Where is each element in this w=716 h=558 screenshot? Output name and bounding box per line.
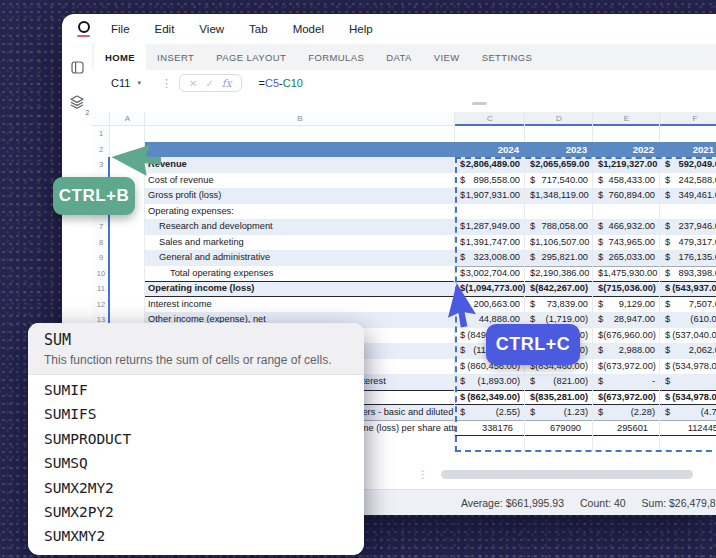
cell[interactable]: $(4.78) [660, 405, 716, 421]
column-header-a[interactable]: A [110, 112, 145, 126]
cell[interactable]: $176,135.00 [660, 250, 716, 266]
cell[interactable]: $(2.28) [593, 405, 660, 421]
cell[interactable]: $(821.00) [525, 374, 593, 390]
name-box[interactable]: C11 ▾ [98, 77, 154, 89]
cell[interactable]: $2,988.00 [593, 343, 660, 359]
column-header-e[interactable]: E [593, 112, 660, 126]
cell[interactable]: $295,821.00 [525, 250, 593, 266]
cell[interactable]: $2,062.00 [660, 343, 716, 359]
cell[interactable] [110, 235, 145, 251]
cell[interactable]: $743,965.00 [593, 235, 660, 251]
cell[interactable]: $9,129.00 [593, 297, 660, 313]
cell[interactable]: $242,588.00 [660, 173, 716, 189]
cell[interactable]: $2,190,386.00 [525, 266, 593, 282]
tab-data[interactable]: DATA [375, 44, 423, 70]
cell[interactable]: $1,106,507.00 [525, 235, 593, 251]
cell[interactable]: Gross profit (loss) [145, 188, 455, 204]
cell[interactable] [593, 126, 660, 142]
cell[interactable] [110, 297, 145, 313]
cell[interactable]: 2021 [660, 142, 716, 158]
cell[interactable] [593, 436, 660, 452]
cell[interactable] [660, 126, 716, 142]
column-header-d[interactable]: D [525, 112, 593, 126]
cell[interactable]: $1,391,747.00 [455, 235, 525, 251]
menu-help[interactable]: Help [349, 23, 373, 35]
cell[interactable]: 295601 [593, 421, 660, 437]
confirm-icon[interactable]: ✓ [205, 78, 213, 89]
autocomplete-item-sumsq[interactable]: SUMSQ [28, 451, 364, 475]
cell[interactable]: 112445 [660, 421, 716, 437]
cell[interactable]: Revenue [145, 157, 455, 173]
tab-insert[interactable]: INSERT [146, 44, 205, 70]
cell[interactable]: Total operating expenses [145, 266, 455, 282]
row-header[interactable]: 1 [92, 126, 110, 142]
tab-settings[interactable]: SETTINGS [471, 44, 544, 70]
cell[interactable]: Research and development [145, 219, 455, 235]
more-options-icon[interactable]: ⋮ [161, 77, 172, 90]
autocomplete-item-sumif[interactable]: SUMIF [28, 378, 364, 402]
cell[interactable] [110, 281, 145, 297]
cell[interactable]: $2,065,659.00 [525, 157, 593, 173]
cell[interactable]: $- [660, 374, 716, 390]
cell[interactable]: $458,433.00 [593, 173, 660, 189]
cell[interactable]: Cost of revenue [145, 173, 455, 189]
cell[interactable]: $237,946.00 [660, 219, 716, 235]
cell[interactable]: $(842,267.00) [525, 281, 593, 297]
cell[interactable] [455, 436, 525, 452]
layers-icon[interactable]: 2 [70, 95, 84, 113]
cell[interactable]: $7,507.00 [660, 297, 716, 313]
cell[interactable]: $(534,978.00) [660, 359, 716, 375]
cell[interactable] [525, 204, 593, 220]
cell[interactable]: $200,663.00 [455, 297, 525, 313]
cell[interactable]: $717,540.00 [525, 173, 593, 189]
cell[interactable]: $3,002,704.00 [455, 266, 525, 282]
menu-edit[interactable]: Edit [155, 23, 175, 35]
cell[interactable] [110, 157, 145, 173]
cell[interactable]: $760,894.00 [593, 188, 660, 204]
corner-cell[interactable] [92, 112, 110, 126]
cell[interactable]: 2023 [525, 142, 593, 158]
cell[interactable] [110, 126, 145, 142]
cell[interactable]: $466,932.00 [593, 219, 660, 235]
column-header-c[interactable]: C [455, 112, 525, 126]
cell[interactable] [145, 126, 455, 142]
cell[interactable]: $(673,972.00) [593, 390, 660, 406]
cell[interactable]: $(610.00) [660, 312, 716, 328]
cell[interactable]: $73,839.00 [525, 297, 593, 313]
cell[interactable]: General and administrative [145, 250, 455, 266]
cell[interactable]: $(715,036.00) [593, 281, 660, 297]
autocomplete-item-sumifs[interactable]: SUMIFS [28, 402, 364, 426]
cell[interactable] [145, 142, 455, 158]
tab-home[interactable]: HOME [94, 44, 146, 70]
cell[interactable]: $788,058.00 [525, 219, 593, 235]
menu-model[interactable]: Model [293, 23, 324, 35]
cell[interactable]: $(835,281.00) [525, 390, 593, 406]
cell[interactable]: 2022 [593, 142, 660, 158]
cell[interactable]: $- [593, 374, 660, 390]
cell[interactable]: $28,947.00 [593, 312, 660, 328]
menu-view[interactable]: View [199, 23, 224, 35]
cell[interactable]: 338176 [455, 421, 525, 437]
cell[interactable]: Operating income (loss) [145, 281, 455, 297]
formula-input[interactable]: =C5-C10 [251, 77, 303, 89]
cell[interactable]: $893,398.00 [660, 266, 716, 282]
cell[interactable] [525, 436, 593, 452]
cell[interactable]: 679090 [525, 421, 593, 437]
cell[interactable] [660, 204, 716, 220]
cell[interactable]: Interest income [145, 297, 455, 313]
chevron-down-icon[interactable]: ▾ [137, 79, 141, 87]
menu-tab[interactable]: Tab [249, 23, 268, 35]
cell[interactable]: $(1,893.00) [455, 374, 525, 390]
autocomplete-item-sumx2my2[interactable]: SUMX2MY2 [28, 476, 364, 500]
cell[interactable]: $1,287,949.00 [455, 219, 525, 235]
menu-file[interactable]: File [111, 23, 130, 35]
cell[interactable]: $(534,978.00) [660, 390, 716, 406]
cell[interactable] [110, 266, 145, 282]
cell[interactable]: $2,806,489.00 [455, 157, 525, 173]
cell[interactable]: $1,348,119.00 [525, 188, 593, 204]
cell[interactable]: $(1.23) [525, 405, 593, 421]
cell[interactable]: $(1,094,773.00) [455, 281, 525, 297]
tab-page-layout[interactable]: PAGE LAYOUT [205, 44, 297, 70]
cell[interactable] [593, 204, 660, 220]
cell[interactable]: $(676,960.00) [593, 328, 660, 344]
